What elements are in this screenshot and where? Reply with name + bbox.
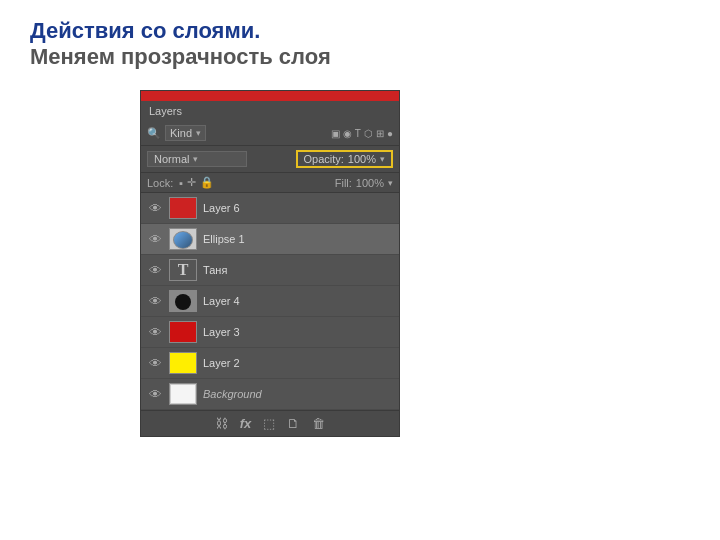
visibility-icon[interactable]: 👁: [147, 231, 163, 247]
fill-label: Fill:: [335, 177, 352, 189]
fill-section: Fill: 100% ▾: [335, 177, 393, 189]
type-filter-icon[interactable]: T: [355, 128, 361, 139]
visibility-icon[interactable]: 👁: [147, 262, 163, 278]
title-line1: Действия со слоями.: [30, 18, 331, 44]
blend-mode-label: Normal: [154, 153, 189, 165]
new-layer-icon[interactable]: 🗋: [287, 416, 300, 431]
opacity-label: Opacity:: [304, 153, 344, 165]
add-mask-icon[interactable]: ⬚: [263, 416, 275, 431]
layer-thumbnail: [169, 383, 197, 405]
layer-thumbnail: [169, 321, 197, 343]
layer-item[interactable]: 👁Background: [141, 379, 399, 410]
kind-label: Kind: [170, 127, 192, 139]
opacity-control[interactable]: Opacity: 100% ▾: [296, 150, 394, 168]
fill-chevron-icon: ▾: [388, 178, 393, 188]
lock-row: Lock: ▪ ✛ 🔒 Fill: 100% ▾: [141, 173, 399, 193]
layer-thumbnail: [169, 197, 197, 219]
panel-bottom-bar: ⛓ fx ⬚ 🗋 🗑: [141, 410, 399, 436]
visibility-icon[interactable]: 👁: [147, 355, 163, 371]
fx-icon[interactable]: fx: [240, 416, 252, 431]
layer-name: Ellipse 1: [203, 233, 393, 245]
layers-panel: Layers 🔍 Kind ▾ ▣ ◉ T ⬡ ⊞ ● Normal ▾ Opa…: [140, 90, 400, 437]
layer-name: Layer 2: [203, 357, 393, 369]
blend-mode-chevron-icon: ▾: [193, 154, 198, 164]
layer-name: Layer 6: [203, 202, 393, 214]
layer-name: Layer 3: [203, 326, 393, 338]
visibility-icon[interactable]: 👁: [147, 293, 163, 309]
layer-thumbnail: [169, 352, 197, 374]
blend-mode-dropdown[interactable]: Normal ▾: [147, 151, 247, 167]
page-title: Действия со слоями. Меняем прозрачность …: [30, 18, 331, 70]
panel-header: Layers: [141, 101, 399, 121]
link-layers-icon[interactable]: ⛓: [215, 416, 228, 431]
layers-list: 👁Layer 6👁Ellipse 1👁TТаня👁Layer 4👁Layer 3…: [141, 193, 399, 410]
lock-pixels-icon[interactable]: ▪: [179, 177, 183, 189]
layer-item[interactable]: 👁Layer 3: [141, 317, 399, 348]
opacity-chevron-icon: ▾: [380, 154, 385, 164]
layer-name: Таня: [203, 264, 393, 276]
layer-thumbnail: [169, 228, 197, 250]
smartobj-filter-icon[interactable]: ⊞: [376, 128, 384, 139]
layer-item[interactable]: 👁Layer 4: [141, 286, 399, 317]
delete-layer-icon[interactable]: 🗑: [312, 416, 325, 431]
layer-name: Background: [203, 388, 393, 400]
kind-chevron-icon: ▾: [196, 128, 201, 138]
layer-item[interactable]: 👁Ellipse 1: [141, 224, 399, 255]
layer-name: Layer 4: [203, 295, 393, 307]
pixel-filter-icon[interactable]: ▣: [331, 128, 340, 139]
lock-move-icon[interactable]: ✛: [187, 176, 196, 189]
layer-item[interactable]: 👁TТаня: [141, 255, 399, 286]
visibility-icon[interactable]: 👁: [147, 386, 163, 402]
adjustment-filter-icon[interactable]: ◉: [343, 128, 352, 139]
lock-label: Lock:: [147, 177, 173, 189]
lock-icons: ▪ ✛ 🔒: [179, 176, 214, 189]
shape-filter-icon[interactable]: ⬡: [364, 128, 373, 139]
layer-thumbnail: T: [169, 259, 197, 281]
normal-opacity-row: Normal ▾ Opacity: 100% ▾: [141, 146, 399, 173]
title-line2: Меняем прозрачность слоя: [30, 44, 331, 70]
panel-top-bar: [141, 91, 399, 101]
fill-value: 100%: [356, 177, 384, 189]
filter-dot-icon[interactable]: ●: [387, 128, 393, 139]
kind-row: 🔍 Kind ▾ ▣ ◉ T ⬡ ⊞ ●: [141, 121, 399, 146]
search-icon: 🔍: [147, 127, 161, 140]
panel-header-label: Layers: [149, 105, 182, 117]
visibility-icon[interactable]: 👁: [147, 324, 163, 340]
layer-item[interactable]: 👁Layer 2: [141, 348, 399, 379]
visibility-icon[interactable]: 👁: [147, 200, 163, 216]
opacity-value: 100%: [348, 153, 376, 165]
kind-filter-icons: ▣ ◉ T ⬡ ⊞ ●: [331, 128, 393, 139]
layer-thumbnail: [169, 290, 197, 312]
layer-item[interactable]: 👁Layer 6: [141, 193, 399, 224]
kind-dropdown[interactable]: Kind ▾: [165, 125, 206, 141]
lock-position-icon[interactable]: 🔒: [200, 176, 214, 189]
